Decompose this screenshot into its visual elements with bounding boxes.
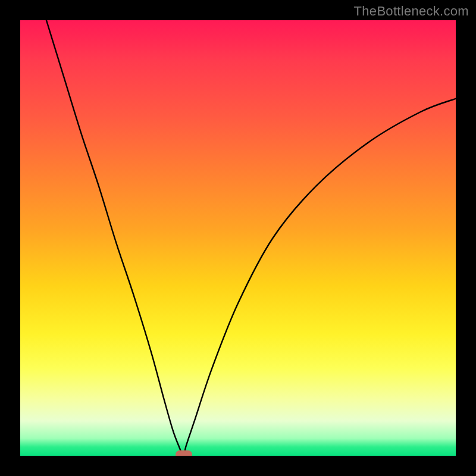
bottleneck-curve [20,20,456,456]
plot-area [20,20,456,456]
watermark-text: TheBottleneck.com [354,4,469,19]
optimal-marker [176,450,192,456]
chart-frame: TheBottleneck.com [0,0,476,476]
